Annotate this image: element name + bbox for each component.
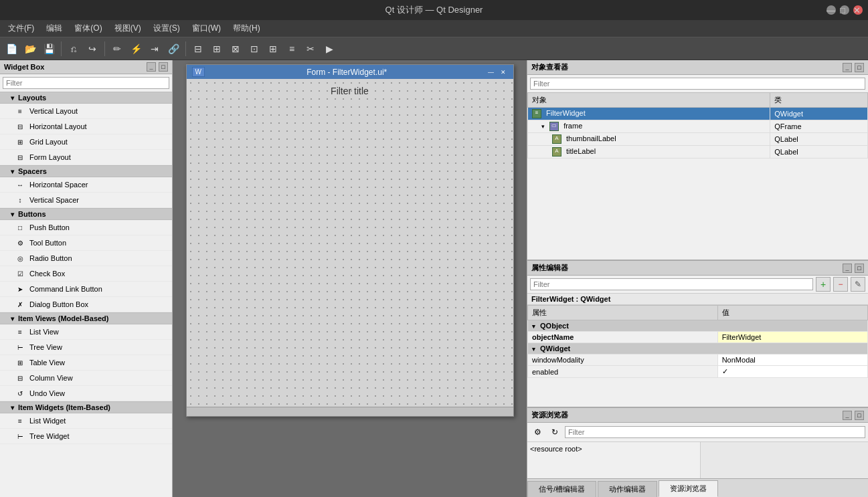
widget-item-list-view[interactable]: ≡ List View bbox=[0, 324, 172, 340]
obj-row-thumbnail-label[interactable]: A thumbnailLabel QLabel bbox=[528, 133, 868, 146]
widget-item-table-view[interactable]: ⊞ Table View bbox=[0, 355, 172, 371]
prop-section-qobject[interactable]: ▾ QObject bbox=[528, 320, 868, 332]
section-buttons[interactable]: Buttons bbox=[0, 208, 172, 220]
menu-view[interactable]: 视图(V) bbox=[109, 21, 147, 35]
res-browser-minimize[interactable]: _ bbox=[843, 411, 852, 420]
res-browser-float[interactable]: □ bbox=[855, 411, 864, 420]
property-remove-button[interactable]: − bbox=[833, 277, 848, 292]
widget-item-grid-layout[interactable]: ⊞ Grid Layout bbox=[0, 134, 172, 150]
prop-objectname-value[interactable]: FilterWidget bbox=[717, 332, 867, 343]
widget-box-filter[interactable] bbox=[3, 77, 169, 89]
widget-item-check-box[interactable]: ☑ Check Box bbox=[0, 266, 172, 282]
toolbar-layout-form[interactable]: ≡ bbox=[283, 40, 300, 58]
resource-toolbar: ⚙ ↻ bbox=[527, 423, 868, 442]
form-close-button[interactable]: ✕ bbox=[499, 68, 508, 77]
resource-refresh-button[interactable]: ↻ bbox=[547, 425, 562, 439]
prop-row-windowmodality[interactable]: windowModality NonModal bbox=[528, 355, 868, 366]
obj-inspector-float[interactable]: □ bbox=[855, 63, 864, 72]
toolbar-layout-split-h[interactable]: ⊠ bbox=[227, 40, 244, 58]
widget-box-minimize[interactable]: _ bbox=[147, 62, 156, 72]
toolbar-new[interactable]: 📄 bbox=[3, 40, 20, 58]
form-title-label: Filter title bbox=[331, 86, 369, 96]
section-spacers[interactable]: Spacers bbox=[0, 165, 172, 177]
prop-editor-minimize[interactable]: _ bbox=[843, 264, 852, 273]
radio-button-label: Radio Button bbox=[29, 254, 72, 262]
resource-browser-title: 资源浏览器 bbox=[531, 410, 568, 420]
widget-item-list-widget[interactable]: ≡ List Widget bbox=[0, 413, 172, 429]
form-window-controls: — ✕ bbox=[487, 68, 508, 77]
prop-windowmodality-value[interactable]: NonModal bbox=[717, 355, 867, 366]
obj-row-frame[interactable]: ▾ ▭ frame QFrame bbox=[528, 120, 868, 133]
tree-widget-label: Tree Widget bbox=[29, 432, 70, 440]
tab-action-editor[interactable]: 动作编辑器 bbox=[598, 481, 657, 497]
obj-row-filterwidget[interactable]: ≡ FilterWidget QWidget bbox=[528, 108, 868, 120]
toolbar-layout-split-v[interactable]: ⊡ bbox=[246, 40, 263, 58]
menu-edit[interactable]: 编辑 bbox=[41, 21, 68, 35]
prop-editor-float[interactable]: □ bbox=[855, 264, 864, 273]
toolbar-redo[interactable]: ↪ bbox=[84, 40, 101, 58]
toolbar-undo[interactable]: ⎌ bbox=[65, 40, 82, 58]
prop-enabled-value[interactable]: ✓ bbox=[717, 366, 867, 378]
widget-box-float[interactable]: □ bbox=[159, 62, 168, 72]
prop-row-objectname[interactable]: objectName FilterWidget bbox=[528, 332, 868, 343]
resource-tree: <resource root> bbox=[527, 442, 701, 478]
resource-settings-button[interactable]: ⚙ bbox=[530, 425, 545, 439]
prop-section-qwidget[interactable]: ▾ QWidget bbox=[528, 343, 868, 355]
widget-item-command-link-button[interactable]: ➤ Command Link Button bbox=[0, 282, 172, 297]
object-inspector-filter[interactable] bbox=[530, 78, 865, 90]
toolbar-break-layout[interactable]: ✂ bbox=[302, 40, 319, 58]
tab-resource-browser[interactable]: 资源浏览器 bbox=[659, 480, 718, 497]
menu-window[interactable]: 窗口(W) bbox=[187, 21, 226, 35]
toolbar-sep2 bbox=[104, 41, 105, 56]
form-body[interactable]: Filter title bbox=[187, 79, 513, 407]
property-edit-button[interactable]: ✎ bbox=[851, 277, 865, 292]
widget-item-vertical-layout[interactable]: ≡ Vertical Layout bbox=[0, 104, 172, 119]
menu-help[interactable]: 帮助(H) bbox=[228, 21, 266, 35]
widget-item-push-button[interactable]: □ Push Button bbox=[0, 220, 172, 235]
prop-col-property: 属性 bbox=[528, 306, 718, 320]
menu-form[interactable]: 窗体(O) bbox=[69, 21, 107, 35]
menu-file[interactable]: 文件(F) bbox=[3, 21, 39, 35]
obj-filterwidget-class: QWidget bbox=[770, 108, 868, 120]
toolbar-tab-order[interactable]: ⇥ bbox=[146, 40, 163, 58]
widget-item-form-layout[interactable]: ⊟ Form Layout bbox=[0, 150, 172, 165]
section-layouts[interactable]: Layouts bbox=[0, 92, 172, 104]
obj-row-title-label[interactable]: A titleLabel QLabel bbox=[528, 146, 868, 159]
widget-item-column-view[interactable]: ⊟ Column View bbox=[0, 371, 172, 386]
widget-item-horizontal-layout[interactable]: ⊟ Horizontal Layout bbox=[0, 119, 172, 134]
section-item-views[interactable]: Item Views (Model-Based) bbox=[0, 312, 172, 324]
resource-filter-input[interactable] bbox=[565, 426, 865, 438]
form-layout-label: Form Layout bbox=[29, 153, 71, 161]
property-add-button[interactable]: + bbox=[816, 277, 831, 292]
dialog-button-box-icon: ✗ bbox=[15, 299, 25, 310]
tab-signal-slot[interactable]: 信号/槽编辑器 bbox=[527, 481, 596, 497]
form-scrollbar-h[interactable] bbox=[187, 407, 513, 416]
toolbar-signal-slot[interactable]: ⚡ bbox=[127, 40, 145, 58]
prop-objectname-name: objectName bbox=[528, 332, 718, 343]
toolbar-layout-h[interactable]: ⊟ bbox=[189, 40, 207, 58]
widget-item-tree-widget[interactable]: ⊢ Tree Widget bbox=[0, 429, 172, 444]
toolbar-save[interactable]: 💾 bbox=[40, 40, 58, 58]
maximize-button[interactable]: □ bbox=[840, 5, 849, 15]
obj-inspector-minimize[interactable]: _ bbox=[843, 63, 852, 72]
widget-item-horizontal-spacer[interactable]: ↔ Horizontal Spacer bbox=[0, 177, 172, 193]
menu-settings[interactable]: 设置(S) bbox=[148, 21, 185, 35]
toolbar-open[interactable]: 📂 bbox=[21, 40, 39, 58]
widget-item-tree-view[interactable]: ⊢ Tree View bbox=[0, 340, 172, 355]
widget-item-undo-view[interactable]: ↺ Undo View bbox=[0, 386, 172, 401]
property-filter-input[interactable] bbox=[530, 278, 813, 290]
toolbar-layout-v[interactable]: ⊞ bbox=[208, 40, 226, 58]
widget-item-radio-button[interactable]: ◎ Radio Button bbox=[0, 251, 172, 266]
prop-row-enabled[interactable]: enabled ✓ bbox=[528, 366, 868, 378]
widget-item-tool-button[interactable]: ⚙ Tool Button bbox=[0, 235, 172, 251]
widget-item-vertical-spacer[interactable]: ↕ Vertical Spacer bbox=[0, 193, 172, 208]
widget-item-dialog-button-box[interactable]: ✗ Dialog Button Box bbox=[0, 297, 172, 312]
toolbar-preview[interactable]: ▶ bbox=[321, 40, 338, 58]
form-minimize-button[interactable]: — bbox=[487, 68, 496, 77]
close-button[interactable]: ✕ bbox=[853, 5, 863, 15]
toolbar-layout-grid[interactable]: ⊞ bbox=[264, 40, 282, 58]
section-item-widgets[interactable]: Item Widgets (Item-Based) bbox=[0, 401, 172, 413]
toolbar-widget-editor[interactable]: ✏ bbox=[108, 40, 126, 58]
minimize-button[interactable]: — bbox=[827, 5, 836, 15]
toolbar-buddy[interactable]: 🔗 bbox=[165, 40, 182, 58]
